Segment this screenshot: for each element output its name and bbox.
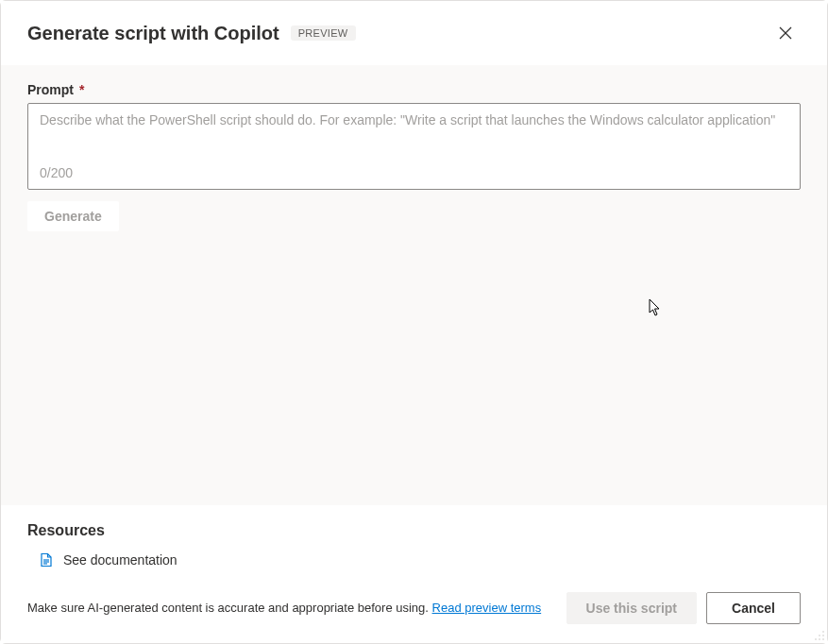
footer-buttons: Use this script Cancel <box>566 592 801 624</box>
close-button[interactable] <box>770 18 801 48</box>
copilot-panel: Generate script with Copilot PREVIEW Pro… <box>0 0 828 644</box>
documentation-link[interactable]: See documentation <box>27 552 801 568</box>
char-count: 0/200 <box>40 165 788 180</box>
resources-section: Resources See documentation <box>1 505 827 579</box>
cancel-button[interactable]: Cancel <box>706 592 801 624</box>
disclaimer: Make sure AI-generated content is accura… <box>27 600 548 617</box>
use-script-button[interactable]: Use this script <box>566 592 697 624</box>
resources-title: Resources <box>27 522 801 539</box>
documentation-link-label: See documentation <box>63 552 177 568</box>
preview-terms-link[interactable]: Read preview terms <box>432 601 542 615</box>
generate-button[interactable]: Generate <box>27 201 119 231</box>
prompt-input[interactable] <box>40 112 788 160</box>
panel-footer: Make sure AI-generated content is accura… <box>1 579 827 643</box>
document-icon <box>39 552 54 568</box>
panel-title: Generate script with Copilot <box>27 23 279 44</box>
preview-badge: PREVIEW <box>291 25 356 41</box>
panel-header: Generate script with Copilot PREVIEW <box>1 1 827 65</box>
prompt-label-text: Prompt <box>27 82 74 97</box>
required-marker: * <box>79 82 84 97</box>
panel-body: Prompt * 0/200 Generate <box>1 65 827 505</box>
prompt-box: 0/200 <box>27 103 801 190</box>
prompt-label: Prompt * <box>27 82 801 97</box>
disclaimer-text: Make sure AI-generated content is accura… <box>27 601 432 615</box>
close-icon <box>779 26 792 40</box>
